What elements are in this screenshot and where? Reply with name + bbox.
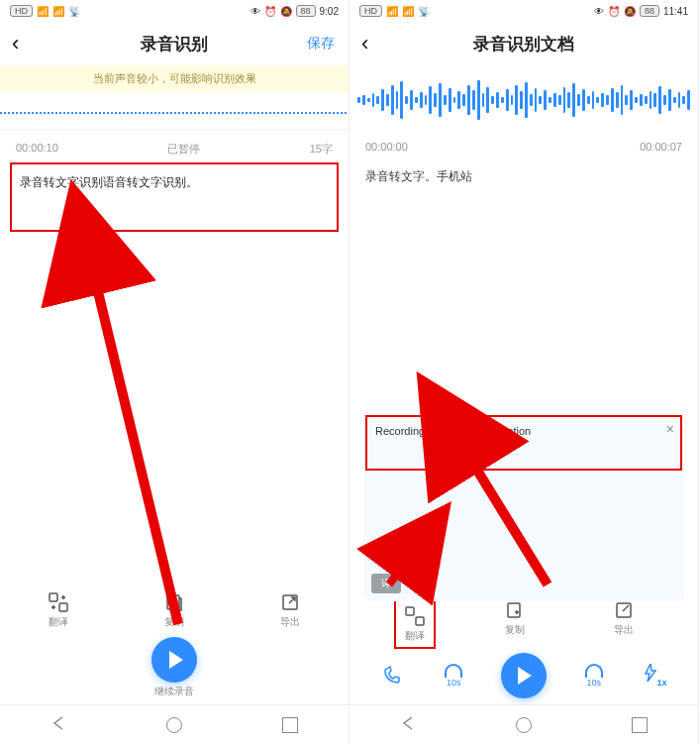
page-title: 录音识别 <box>141 33 208 55</box>
char-count: 15字 <box>310 142 333 157</box>
transcript-text[interactable]: 录音转文字识别语音转文字识别。 <box>20 175 198 189</box>
content-area: Recording to text. Mobile station × 译 <box>350 195 698 595</box>
play-icon <box>169 651 183 669</box>
copy-button[interactable]: 复制 <box>485 599 545 649</box>
translate-label: 翻译 <box>49 615 68 629</box>
pause-status: 已暂停 <box>167 142 200 157</box>
waveform-mini <box>0 96 349 130</box>
start-time: 00:00:00 <box>365 141 408 153</box>
svg-rect-2 <box>167 595 179 609</box>
copy-icon <box>163 591 185 613</box>
translate-icon <box>48 591 69 613</box>
rewind-label: 10s <box>447 678 461 688</box>
svg-rect-5 <box>406 607 414 615</box>
speed-button[interactable]: 1x <box>642 664 669 688</box>
waveform[interactable] <box>350 65 698 135</box>
nav-recent-button[interactable] <box>282 717 298 733</box>
battery-badge: 88 <box>296 5 316 17</box>
phone-screen-right: HD 📶 📶 📡 👁 ⏰ 🔕 88 11:41 ‹ 录音识别文档 00:00:0… <box>350 0 699 744</box>
mute-icon: 🔕 <box>280 6 292 17</box>
highlight-box: 录音转文字识别语音转文字识别。 <box>10 162 339 232</box>
copy-label: 复制 <box>505 623 525 637</box>
phone-screen-left: HD 📶 📶 📡 👁 ⏰ 🔕 88 9:02 ‹ 录音识别 保存 当前声音较小，… <box>0 0 350 744</box>
translate-label: 翻译 <box>405 629 425 643</box>
android-nav-bar <box>0 704 349 744</box>
clock-time: 11:41 <box>663 6 688 17</box>
speed-label: 1x <box>657 678 667 688</box>
toolbar: 翻译 复制 导出 <box>350 595 698 649</box>
back-button[interactable]: ‹ <box>12 31 19 56</box>
copy-button[interactable]: 复制 <box>145 591 204 629</box>
signal-icon: 📶 <box>386 6 398 17</box>
phone-icon[interactable] <box>378 666 406 687</box>
svg-rect-1 <box>59 603 67 611</box>
copy-icon <box>504 599 526 621</box>
wifi-icon: 📡 <box>418 6 430 17</box>
nav-home-button[interactable] <box>516 717 532 733</box>
nav-back-button[interactable] <box>400 715 416 735</box>
clock-time: 9:02 <box>320 6 339 17</box>
status-bar: HD 📶 📶 📡 👁 ⏰ 🔕 88 11:41 <box>350 0 698 22</box>
svg-rect-6 <box>416 617 424 625</box>
close-icon[interactable]: × <box>666 421 674 437</box>
highlight-box-translation: Recording to text. Mobile station × <box>365 415 682 471</box>
elapsed-time: 00:00:10 <box>16 142 58 157</box>
toolbar: 翻译 复制 导出 <box>0 584 349 631</box>
time-status-row: 00:00:10 已暂停 15字 <box>0 136 349 162</box>
export-label: 导出 <box>280 615 300 629</box>
play-label: 继续录音 <box>0 685 349 698</box>
export-icon <box>279 591 301 613</box>
translation-card: Recording to text. Mobile station × 译 <box>363 413 684 601</box>
signal-icon-2: 📶 <box>402 6 414 17</box>
alarm-icon: ⏰ <box>608 6 620 17</box>
back-button[interactable]: ‹ <box>361 31 368 56</box>
translate-pill[interactable]: 译 <box>371 574 401 593</box>
translate-icon <box>404 605 426 627</box>
transcript-area: 录音转文字识别语音转文字识别。 <box>0 162 349 584</box>
nav-back-button[interactable] <box>50 715 66 735</box>
save-button[interactable]: 保存 <box>307 35 335 53</box>
svg-rect-7 <box>508 603 520 617</box>
play-button[interactable] <box>501 653 547 698</box>
export-label: 导出 <box>614 623 634 637</box>
status-bar: HD 📶 📶 📡 👁 ⏰ 🔕 88 9:02 <box>0 0 349 22</box>
nav-recent-button[interactable] <box>632 717 648 733</box>
battery-badge: 88 <box>640 5 659 17</box>
mute-icon: 🔕 <box>624 6 636 17</box>
export-icon <box>613 599 635 621</box>
translation-text[interactable]: Recording to text. Mobile station <box>375 425 531 437</box>
hd-badge: HD <box>359 5 382 17</box>
warning-banner: 当前声音较小，可能影响识别效果 <box>0 65 349 92</box>
signal-icon: 📶 <box>37 6 49 17</box>
rewind-10s-button[interactable]: 10s <box>445 664 462 688</box>
export-button[interactable]: 导出 <box>260 591 320 629</box>
play-icon <box>518 667 532 685</box>
eye-icon: 👁 <box>594 6 604 17</box>
play-button[interactable] <box>151 637 197 683</box>
translate-button[interactable]: 翻译 <box>29 591 88 629</box>
playback-controls: 10s 10s 1x <box>350 649 698 704</box>
header: ‹ 录音识别 保存 <box>0 22 349 65</box>
forward-10s-button[interactable]: 10s <box>585 664 603 688</box>
nav-home-button[interactable] <box>166 717 182 733</box>
hd-badge: HD <box>10 5 33 17</box>
transcript-text[interactable]: 录音转文字。手机站 <box>350 159 698 195</box>
signal-icon-2: 📶 <box>52 6 64 17</box>
export-button[interactable]: 导出 <box>594 599 653 649</box>
translate-button-highlighted[interactable]: 翻译 <box>394 599 436 649</box>
copy-label: 复制 <box>164 615 184 629</box>
android-nav-bar <box>350 704 698 744</box>
header: ‹ 录音识别文档 <box>350 22 698 65</box>
page-title: 录音识别文档 <box>473 33 574 55</box>
alarm-icon: ⏰ <box>264 6 276 17</box>
time-row: 00:00:00 00:00:07 <box>350 135 698 159</box>
end-time: 00:00:07 <box>640 141 682 153</box>
wifi-icon: 📡 <box>68 6 80 17</box>
svg-rect-0 <box>50 593 57 601</box>
forward-label: 10s <box>587 678 602 688</box>
eye-icon: 👁 <box>250 6 260 17</box>
